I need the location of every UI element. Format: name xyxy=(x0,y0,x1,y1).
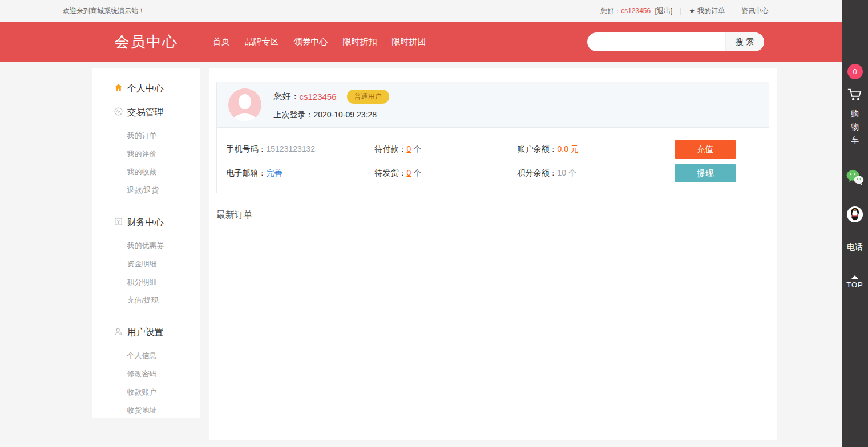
sidebar-sub-settings: 个人信息 修改密码 收款账户 收货地址 xyxy=(92,344,200,418)
sidebar-sub-finance: 我的优惠券 资金明细 积分明细 充值/提现 xyxy=(92,234,200,315)
divider xyxy=(680,8,681,15)
main-header: 会员中心 首页 品牌专区 领券中心 限时折扣 限时拼团 搜 索 xyxy=(0,22,868,62)
nav-home[interactable]: 首页 xyxy=(213,36,230,47)
nav-brand-zone[interactable]: 品牌专区 xyxy=(245,36,279,47)
floating-sidebar: 0 购物车 电话 TOP xyxy=(842,0,868,447)
pending-shipment-field: 待发货：0 个 xyxy=(375,168,518,178)
sidebar-item-my-coupons[interactable]: 我的优惠券 xyxy=(92,237,200,255)
finance-icon xyxy=(114,217,123,229)
divider xyxy=(733,8,733,15)
profile-info-grid: 手机号码：15123123132 待付款：0 个 账户余额：0.0 元 充值 电… xyxy=(217,128,769,193)
sidebar-item-refund-return[interactable]: 退款/退货 xyxy=(92,181,200,200)
divider xyxy=(103,318,189,318)
profile-username: cs123456 xyxy=(300,92,337,101)
wechat-icon[interactable] xyxy=(846,169,864,185)
transactions-icon xyxy=(114,107,123,119)
points-value: 10 个 xyxy=(558,168,576,177)
email-complete-link[interactable]: 完善 xyxy=(267,168,282,177)
sidebar-item-points-details[interactable]: 积分明细 xyxy=(92,273,200,291)
main-content: 您好：cs123456 普通用户 上次登录：2020-10-09 23:28 手… xyxy=(209,68,777,440)
phone-value: 15123123132 xyxy=(267,144,316,153)
phone-contact[interactable]: 电话 xyxy=(847,242,863,253)
cart-icon[interactable] xyxy=(846,86,863,103)
top-utility-bar: 欢迎来到商城系统演示站！ 您好：cs123456 [退出] ★我的订单 资讯中心 xyxy=(0,0,868,22)
balance-value: 0.0 元 xyxy=(558,144,579,153)
sidebar-item-trade-management[interactable]: 交易管理 xyxy=(92,100,200,124)
profile-header: 您好：cs123456 普通用户 上次登录：2020-10-09 23:28 xyxy=(217,82,769,128)
sidebar-item-payment-account[interactable]: 收款账户 xyxy=(92,383,200,401)
sidebar-item-personal-info[interactable]: 个人信息 xyxy=(92,347,200,365)
topbar-my-orders-link[interactable]: ★我的订单 xyxy=(689,6,725,16)
sidebar-item-change-password[interactable]: 修改密码 xyxy=(92,365,200,383)
profile-card: 您好：cs123456 普通用户 上次登录：2020-10-09 23:28 手… xyxy=(216,82,769,193)
home-icon xyxy=(114,83,123,95)
email-field: 电子邮箱：完善 xyxy=(227,168,375,178)
site-logo[interactable]: 会员中心 xyxy=(115,32,179,52)
qq-icon[interactable] xyxy=(846,206,863,223)
search-button[interactable]: 搜 索 xyxy=(725,32,764,51)
sidebar-item-finance-center[interactable]: 财务中心 xyxy=(92,210,200,234)
points-field: 积分余额：10 个 xyxy=(518,168,675,178)
main-nav: 首页 品牌专区 领券中心 限时折扣 限时拼团 xyxy=(213,36,441,47)
back-to-top[interactable]: TOP xyxy=(846,275,863,289)
search-box: 搜 索 xyxy=(587,32,764,51)
sidebar-item-my-favorites[interactable]: 我的收藏 xyxy=(92,163,200,181)
avatar xyxy=(228,88,261,121)
sidebar-item-recharge-withdraw[interactable]: 充值/提现 xyxy=(92,291,200,310)
sidebar-sub-trade: 我的订单 我的评价 我的收藏 退款/退货 xyxy=(92,124,200,205)
latest-orders-title: 最新订单 xyxy=(216,209,769,221)
nav-group-buy[interactable]: 限时拼团 xyxy=(392,36,426,47)
sidebar-item-shipping-address[interactable]: 收货地址 xyxy=(92,401,200,418)
search-input[interactable] xyxy=(587,32,725,51)
sidebar-item-personal-center[interactable]: 个人中心 xyxy=(92,76,200,100)
cart-count-badge: 0 xyxy=(847,64,863,79)
profile-greeting: 您好：cs123456 普通用户 xyxy=(274,90,389,104)
user-greeting: 您好：cs123456 [退出] xyxy=(600,6,672,16)
sidebar-item-my-reviews[interactable]: 我的评价 xyxy=(92,145,200,163)
up-triangle-icon xyxy=(851,275,858,279)
sidebar-item-my-orders[interactable]: 我的订单 xyxy=(92,127,200,145)
sidebar-item-fund-details[interactable]: 资金明细 xyxy=(92,255,200,273)
welcome-text: 欢迎来到商城系统演示站！ xyxy=(63,6,145,16)
cart-label[interactable]: 购物车 xyxy=(850,107,859,147)
phone-field: 手机号码：15123123132 xyxy=(227,144,375,155)
user-settings-icon xyxy=(114,327,123,339)
last-login: 上次登录：2020-10-09 23:28 xyxy=(274,110,389,120)
balance-field: 账户余额：0.0 元 xyxy=(518,144,675,155)
sidebar-item-user-settings[interactable]: 用户设置 xyxy=(92,320,200,344)
topbar-news-link[interactable]: 资讯中心 xyxy=(741,6,769,16)
recharge-button[interactable]: 充值 xyxy=(675,140,736,159)
user-level-badge: 普通用户 xyxy=(347,90,389,104)
withdraw-button[interactable]: 提现 xyxy=(675,164,736,182)
nav-flash-discount[interactable]: 限时折扣 xyxy=(343,36,377,47)
pending-payment-field: 待付款：0 个 xyxy=(375,144,518,155)
username-link[interactable]: cs123456 xyxy=(621,7,651,15)
logout-link[interactable]: [退出] xyxy=(655,7,673,15)
divider xyxy=(103,208,189,208)
sidebar: 个人中心 交易管理 我的订单 我的评价 我的收藏 退款/退货 财务中心 我的优惠… xyxy=(92,68,200,418)
nav-coupon-center[interactable]: 领券中心 xyxy=(294,36,328,47)
star-icon: ★ xyxy=(689,7,695,15)
